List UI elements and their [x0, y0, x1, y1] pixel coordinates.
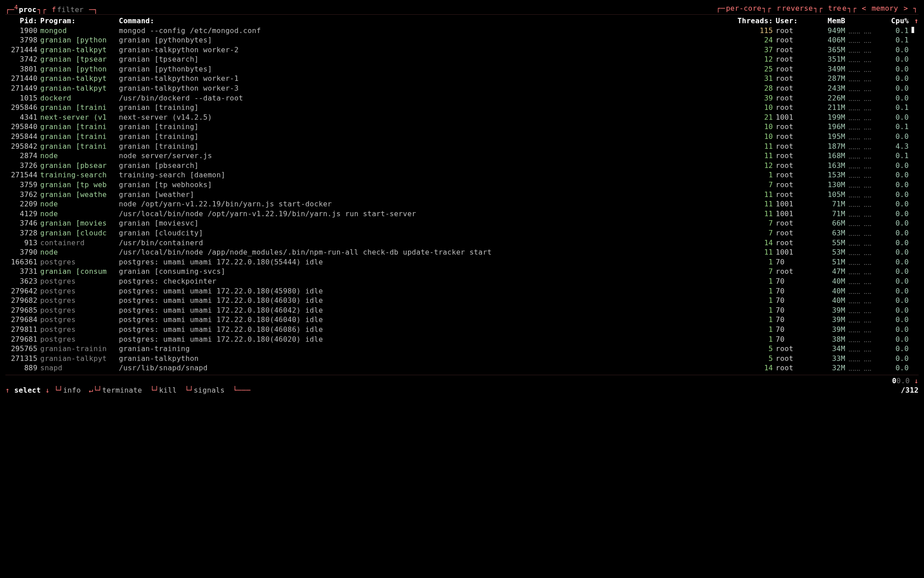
table-row[interactable]: 3759granian [tp webgranian [tp webhooks]…: [5, 180, 919, 190]
sparkline: ⣀⣀⣀ ⣀⣀: [848, 170, 879, 180]
command-cell: granian-talkpython worker-3: [119, 84, 735, 93]
table-row[interactable]: 295765granian-trainingranian-training5ro…: [5, 344, 919, 354]
user-cell: 70: [776, 315, 811, 325]
table-row[interactable]: 3762granian [weathegranian [weather]11ro…: [5, 190, 919, 200]
table-row[interactable]: 279684postgrespostgres: umami umami 172.…: [5, 315, 919, 325]
command-cell: granian-training: [119, 344, 735, 354]
cpu-cell: 0.1: [882, 151, 909, 161]
header-program[interactable]: Program:: [40, 16, 116, 26]
header-threads[interactable]: Threads:: [737, 16, 773, 26]
command-cell: granian [training]: [119, 103, 735, 113]
table-row[interactable]: 4341next-server (v1next-server (v14.2.5)…: [5, 113, 919, 122]
action-select[interactable]: select: [14, 386, 41, 394]
user-cell: root: [776, 84, 811, 93]
user-cell: 70: [776, 286, 811, 296]
user-cell: root: [776, 45, 811, 55]
header-pid[interactable]: Pid:: [5, 16, 38, 26]
toggle-reverse[interactable]: reverse: [782, 4, 813, 13]
toggle-per-core[interactable]: per-core: [726, 4, 761, 13]
sort-memory[interactable]: memory: [872, 4, 899, 13]
mem-cell: 163M: [814, 161, 845, 171]
action-signals[interactable]: signals: [193, 386, 225, 394]
table-row[interactable]: 279681postgrespostgres: umami umami 172.…: [5, 335, 919, 344]
cpu-cell: 0.0: [882, 180, 909, 190]
bar-cell: [911, 161, 919, 171]
bar-cell: [911, 296, 919, 306]
command-cell: granian [tp webhooks]: [119, 180, 735, 190]
table-row[interactable]: 295842granian [trainigranian [training]1…: [5, 142, 919, 151]
threads-cell: 31: [737, 74, 773, 84]
pid-cell: 1015: [5, 93, 38, 103]
table-row[interactable]: 279682postgrespostgres: umami umami 172.…: [5, 296, 919, 306]
header-cpu[interactable]: Cpu%: [882, 16, 909, 26]
header-mem[interactable]: MemB: [814, 16, 845, 26]
process-list[interactable]: 1900mongodmongod --config /etc/mongod.co…: [5, 26, 919, 373]
table-row[interactable]: 271315granian-talkpytgranian-talkpython5…: [5, 354, 919, 364]
table-row[interactable]: 271544training-searchtraining-search [da…: [5, 170, 919, 180]
table-row[interactable]: 1900mongodmongod --config /etc/mongod.co…: [5, 26, 919, 36]
program-cell: mongod: [40, 26, 116, 36]
user-cell: root: [776, 54, 811, 64]
table-row[interactable]: 279811postgrespostgres: umami umami 172.…: [5, 325, 919, 335]
pid-cell: 271440: [5, 74, 38, 84]
table-row[interactable]: 279642postgrespostgres: umami umami 172.…: [5, 286, 919, 296]
table-row[interactable]: 271444granian-talkpytgranian-talkpython …: [5, 45, 919, 55]
program-cell: granian [python: [40, 64, 116, 74]
table-row[interactable]: 889snapd/usr/lib/snapd/snapd14root32M⣀⣀⣀…: [5, 363, 919, 373]
action-terminate[interactable]: terminate: [102, 386, 142, 394]
table-row[interactable]: 271449granian-talkpytgranian-talkpython …: [5, 84, 919, 93]
cpu-cell: 0.1: [882, 35, 909, 45]
table-row[interactable]: 3798granian [pythongranian [pythonbytes]…: [5, 35, 919, 45]
table-row[interactable]: 3742granian [tpseargranian [tpsearch]12r…: [5, 54, 919, 64]
mem-cell: 66M: [814, 218, 845, 228]
user-cell: 70: [776, 306, 811, 315]
sparkline: ⣀⣀⣀ ⣀⣀: [848, 74, 879, 84]
threads-cell: 14: [737, 238, 773, 248]
table-row[interactable]: 295844granian [trainigranian [training]1…: [5, 132, 919, 142]
table-row[interactable]: 295840granian [trainigranian [training]1…: [5, 122, 919, 132]
action-info[interactable]: info: [63, 386, 81, 394]
pid-cell: 2874: [5, 151, 38, 161]
table-row[interactable]: 913containerd/usr/bin/containerd14root55…: [5, 238, 919, 248]
table-row[interactable]: 3726granian [pbseargranian [pbsearch]12r…: [5, 161, 919, 171]
command-cell: mongod --config /etc/mongod.conf: [119, 26, 735, 36]
table-row[interactable]: 3790node/usr/local/bin/node /app/node_mo…: [5, 247, 919, 257]
table-row[interactable]: 3746granian [moviesgranian [moviesvc]7ro…: [5, 218, 919, 228]
table-row[interactable]: 3728granian [cloudcgranian [cloudcity]7r…: [5, 228, 919, 238]
table-row[interactable]: 3731granian [consumgranian [consuming-sv…: [5, 267, 919, 276]
table-row[interactable]: 4129node/usr/local/bin/node /opt/yarn-v1…: [5, 209, 919, 219]
command-cell: postgres: umami umami 172.22.0.180(46030…: [119, 296, 735, 306]
toggle-tree[interactable]: tree: [828, 4, 847, 13]
sort-next[interactable]: >: [903, 4, 908, 13]
section-proc: proc: [19, 5, 37, 14]
cpu-cell: 0.0: [882, 170, 909, 180]
table-row[interactable]: 2874nodenode server/server.js11root168M⣀…: [5, 151, 919, 161]
user-cell: root: [776, 267, 811, 276]
table-row[interactable]: 3801granian [pythongranian [pythonbytes]…: [5, 64, 919, 74]
table-row[interactable]: 279685postgrespostgres: umami umami 172.…: [5, 306, 919, 315]
threads-cell: 37: [737, 45, 773, 55]
table-row[interactable]: 3623postgrespostgres: checkpointer17040M…: [5, 276, 919, 286]
table-row[interactable]: 1015dockerd/usr/bin/dockerd --data-root3…: [5, 93, 919, 103]
sparkline: ⣀⣀⣀ ⣀⣀: [848, 26, 879, 36]
pid-cell: 3731: [5, 267, 38, 276]
command-cell: /usr/bin/dockerd --data-root: [119, 93, 735, 103]
mem-cell: 63M: [814, 228, 845, 238]
program-cell: granian [pbsear: [40, 161, 116, 171]
table-row[interactable]: 295846granian [trainigranian [training]1…: [5, 103, 919, 113]
action-kill[interactable]: kill: [159, 386, 177, 394]
table-row[interactable]: 2209nodenode /opt/yarn-v1.22.19/bin/yarn…: [5, 199, 919, 209]
table-row[interactable]: 166361postgrespostgres: umami umami 172.…: [5, 257, 919, 267]
sort-prev[interactable]: <: [862, 4, 866, 13]
header-command[interactable]: Command:: [119, 16, 735, 26]
program-cell: granian-talkpyt: [40, 354, 116, 364]
cpu-cell: 0.0: [882, 84, 909, 93]
bar-cell: [911, 238, 919, 248]
filter-label[interactable]: filter: [57, 5, 84, 14]
header-user[interactable]: User:: [776, 16, 811, 26]
column-headers: Pid: Program: Command: Threads: User: Me…: [5, 16, 919, 26]
pid-cell: 295842: [5, 142, 38, 151]
sparkline: ⣀⣀⣀ ⣀⣀: [848, 161, 879, 171]
top-bar: ┌─4proc┐┌ ffilter ─┐ ┌─per-core┐┌ rrever…: [5, 4, 919, 15]
table-row[interactable]: 271440granian-talkpytgranian-talkpython …: [5, 74, 919, 84]
